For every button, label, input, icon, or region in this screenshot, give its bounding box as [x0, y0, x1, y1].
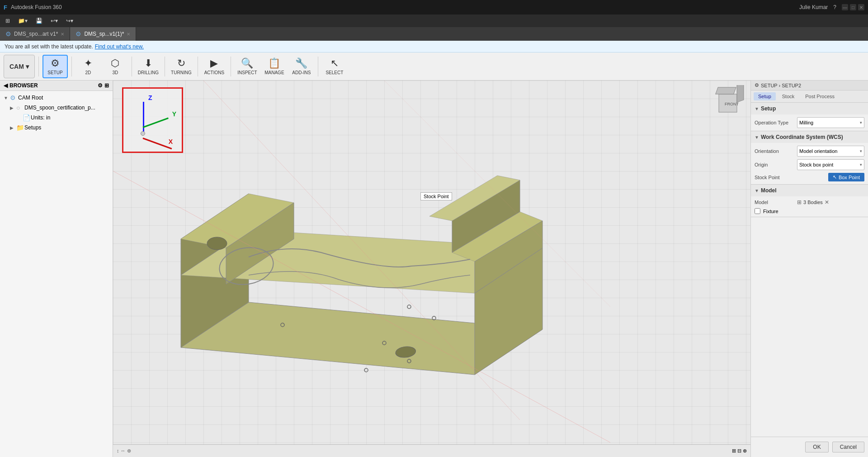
tab-1[interactable]: ⚙ DMS_spo...art v1* ✕ [0, 27, 70, 41]
model-bodies-value: 3 Bodies [803, 200, 823, 205]
updatebar: You are all set with the latest update. … [0, 41, 868, 52]
toolbar: CAM ▾ ⚙ SETUP ✦ 2D ⬡ 3D ⬇ DRILLING ↻ TUR… [0, 52, 868, 81]
fixture-checkbox-group: Fixture [755, 208, 778, 214]
browser-expand-icon[interactable]: ⊞ [104, 82, 109, 89]
cam-button[interactable]: CAM ▾ [4, 55, 35, 78]
separator-1 [38, 57, 39, 76]
viewcube-svg[interactable]: FRONT [710, 85, 746, 121]
menu-redo[interactable]: ↪▾ [62, 17, 77, 25]
wcs-section-body: Orientation Model orientation ▾ Origin S… [751, 143, 868, 184]
svg-point-15 [407, 305, 411, 309]
svg-rect-24 [716, 87, 736, 94]
help-icon[interactable]: ? [833, 4, 836, 10]
z-axis-line [143, 102, 144, 133]
stock-point-icon: ↖ [833, 174, 837, 180]
setup-button[interactable]: ⚙ SETUP [42, 55, 68, 78]
origin-row: Origin Stock box point ▾ [755, 159, 864, 170]
tab-2-close[interactable]: ✕ [127, 32, 130, 37]
rp-tab-stock[interactable]: Stock [778, 92, 799, 100]
model-bodies-clear[interactable]: ✕ [825, 199, 829, 205]
operation-type-value: Milling [799, 120, 813, 125]
stock-point-button[interactable]: ↖ Box Point [828, 173, 864, 181]
svg-point-19 [364, 368, 368, 372]
tree-item-camroot[interactable]: ▼ ⚙ CAM Root [0, 93, 113, 103]
tree-item-setups[interactable]: ▶ 📁 Setups [0, 123, 113, 133]
fixture-checkbox[interactable] [755, 208, 760, 214]
user-name: Julie Kumar [799, 4, 828, 10]
expand-dms[interactable]: ▶ [10, 105, 16, 110]
maximize-button[interactable]: □ [850, 4, 856, 10]
separator-4 [165, 57, 165, 76]
viewport[interactable]: Z Y X [113, 81, 750, 457]
svg-text:FRONT: FRONT [725, 102, 739, 106]
drilling-button[interactable]: ⬇ DRILLING [136, 55, 161, 78]
origin-value: Stock box point [799, 162, 833, 167]
status-coords: ↕ ↔ ⊕ [117, 448, 131, 454]
manage-label: MANAGE [264, 70, 284, 75]
model-arrow: ▼ [755, 188, 759, 193]
select-icon: ↖ [330, 57, 339, 69]
origin-dropdown[interactable]: Stock box point ▾ [797, 159, 864, 170]
menu-undo[interactable]: ↩▾ [47, 17, 61, 25]
model-label: Model [755, 200, 795, 205]
drilling-label: DRILLING [138, 70, 159, 75]
addins-button[interactable]: 🔧 ADD-INS [289, 55, 314, 78]
tab-1-close[interactable]: ✕ [61, 32, 64, 37]
model-section-title: Model [761, 187, 777, 194]
inspect-label: INSPECT [237, 70, 257, 75]
orientation-label: Orientation [755, 148, 795, 154]
y-axis-label: Y [172, 110, 176, 118]
setups-icon: 📁 [16, 124, 24, 131]
actions-button[interactable]: ▶ ACTIONS [202, 55, 227, 78]
viewcube[interactable]: FRONT [710, 85, 746, 121]
browser-settings-icon[interactable]: ⚙ [98, 82, 103, 89]
2d-label: 2D [85, 70, 91, 75]
wcs-section: ▼ Work Coordinate System (WCS) Orientati… [751, 131, 868, 185]
tree-item-dms[interactable]: ▶ ○ DMS_spoon_certification_p... [0, 103, 113, 113]
select-button[interactable]: ↖ SELECT [322, 55, 347, 78]
turning-icon: ↻ [177, 57, 185, 69]
units-label: Units: in [31, 114, 111, 121]
ok-button[interactable]: OK [805, 442, 828, 452]
setup-section-header[interactable]: ▼ Setup [751, 103, 868, 114]
menu-file[interactable]: 📁▾ [14, 17, 31, 25]
menu-save[interactable]: 💾 [32, 17, 46, 25]
model-section: ▼ Model Model ⊞ 3 Bodies ✕ Fixture [751, 185, 868, 217]
3d-group: ⬡ 3D [103, 55, 128, 78]
update-link[interactable]: Find out what's new. [95, 43, 144, 50]
2d-group: ✦ 2D [75, 55, 101, 78]
setup-section: ▼ Setup Operation Type Milling ▾ [751, 103, 868, 131]
browser-title: BROWSER [9, 82, 38, 89]
units-icon: 📄 [23, 114, 31, 121]
minimize-button[interactable]: — [842, 4, 848, 10]
browser-collapse-icon[interactable]: ◀ [4, 82, 8, 89]
2d-button[interactable]: ✦ 2D [75, 55, 101, 78]
2d-icon: ✦ [84, 57, 92, 69]
close-button[interactable]: ✕ [858, 4, 864, 10]
menu-grid[interactable]: ⊞ [2, 17, 14, 25]
cancel-button[interactable]: Cancel [832, 442, 864, 452]
setup-group: ⚙ SETUP [42, 55, 68, 78]
manage-button[interactable]: 📋 MANAGE [262, 55, 287, 78]
inspect-button[interactable]: 🔍 INSPECT [235, 55, 260, 78]
wcs-section-header[interactable]: ▼ Work Coordinate System (WCS) [751, 131, 868, 143]
rp-tab-postprocess[interactable]: Post Process [801, 92, 839, 100]
expand-camroot[interactable]: ▼ [4, 95, 10, 100]
tree-item-units[interactable]: 📄 Units: in [0, 113, 113, 123]
turning-button[interactable]: ↻ TURNING [169, 55, 194, 78]
3d-button[interactable]: ⬡ 3D [103, 55, 128, 78]
separator-7 [318, 57, 318, 76]
model-bodies: ⊞ 3 Bodies ✕ [797, 199, 864, 205]
window-controls[interactable]: — □ ✕ [842, 4, 864, 10]
breadcrumb-icon: ⚙ [755, 82, 759, 88]
tab-2[interactable]: ⚙ DMS_sp...v1(1)* ✕ [70, 27, 136, 41]
orientation-dropdown[interactable]: Model orientation ▾ [797, 146, 864, 157]
model-section-header[interactable]: ▼ Model [751, 185, 868, 196]
expand-setups[interactable]: ▶ [10, 125, 16, 130]
operation-type-arrow: ▾ [860, 120, 862, 125]
right-panel: ⚙ SETUP › SETUP2 Setup Stock Post Proces… [750, 81, 868, 457]
separator-3 [132, 57, 132, 76]
rp-tab-setup[interactable]: Setup [754, 92, 776, 100]
camroot-label: CAM Root [18, 95, 111, 101]
operation-type-dropdown[interactable]: Milling ▾ [797, 117, 864, 128]
